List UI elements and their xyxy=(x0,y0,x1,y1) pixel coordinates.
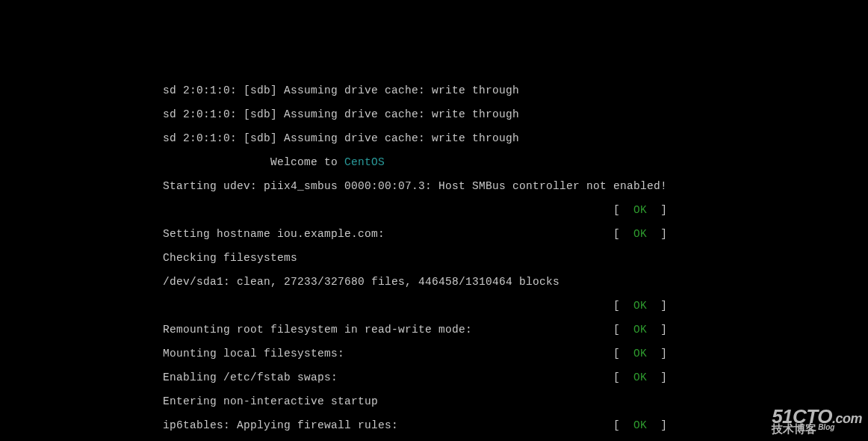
boot-line: Starting udev: piix4_smbus 0000:00:07.3:… xyxy=(163,180,708,192)
boot-line: Entering non-interactive startup xyxy=(163,395,708,407)
status-line: Mounting local filesystems: [ OK ] xyxy=(163,348,708,360)
boot-line: sd 2:0:1:0: [sdb] Assuming drive cache: … xyxy=(163,84,708,96)
welcome-prefix: Welcome to xyxy=(163,156,344,168)
status-ok: OK xyxy=(633,324,647,336)
status-line: Enabling /etc/fstab swaps: [ OK ] xyxy=(163,371,708,383)
boot-line: sd 2:0:1:0: [sdb] Assuming drive cache: … xyxy=(163,108,708,120)
boot-line: Checking filesystems xyxy=(163,252,708,264)
status-ok: OK xyxy=(633,228,647,240)
boot-line: sd 2:0:1:0: [sdb] Assuming drive cache: … xyxy=(163,132,708,144)
status-ok: OK xyxy=(633,204,647,216)
status-line: [ OK ] xyxy=(163,204,708,216)
status-ok: OK xyxy=(633,300,647,312)
status-line: [ OK ] xyxy=(163,300,708,312)
status-ok: OK xyxy=(633,348,647,360)
status-ok: OK xyxy=(633,419,647,431)
watermark: 51CTO.com 技术博客Blog xyxy=(772,410,862,435)
os-name: CentOS xyxy=(344,156,385,168)
status-ok: OK xyxy=(633,371,647,383)
status-line: Remounting root filesystem in read-write… xyxy=(163,324,708,336)
boot-line: /dev/sda1: clean, 27233/327680 files, 44… xyxy=(163,276,708,288)
welcome-line: Welcome to CentOS xyxy=(163,156,708,168)
status-line: Setting hostname iou.example.com: [ OK ] xyxy=(163,228,708,240)
boot-console: sd 2:0:1:0: [sdb] Assuming drive cache: … xyxy=(163,73,708,441)
status-line: ip6tables: Applying firewall rules: [ OK… xyxy=(163,419,708,431)
